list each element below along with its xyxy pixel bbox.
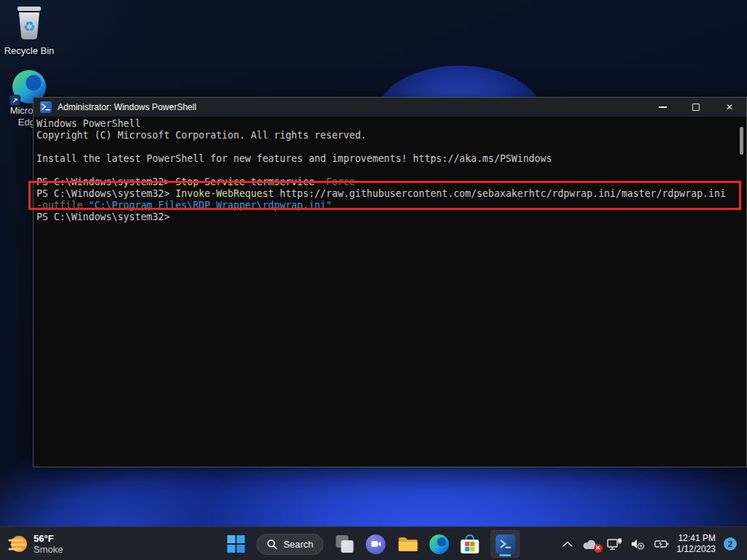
annotation-highlight-box <box>28 181 741 210</box>
onedrive-tray-button[interactable]: ✕ <box>581 538 599 551</box>
volume-tray-button[interactable] <box>630 538 645 550</box>
recycle-bin-icon: ♻ <box>13 4 45 41</box>
chevron-up-icon <box>562 540 573 548</box>
powershell-taskbar-button[interactable] <box>491 530 520 558</box>
ethernet-network-icon <box>607 537 622 551</box>
file-explorer-icon <box>398 535 418 553</box>
active-app-indicator <box>500 554 511 556</box>
clock-time: 12:41 PM <box>677 533 716 544</box>
clock[interactable]: 12:41 PM 1/12/2023 <box>677 533 716 555</box>
clock-date: 1/12/2023 <box>677 544 716 555</box>
hidden-icons-chevron[interactable] <box>562 540 573 548</box>
battery-charging-icon <box>653 539 669 549</box>
file-explorer-button[interactable] <box>398 535 418 553</box>
edge-taskbar-icon <box>430 534 449 554</box>
powershell-window: Administrator: Windows PowerShell Window… <box>33 97 747 467</box>
weather-smoke-icon <box>7 534 28 554</box>
svg-text:♻: ♻ <box>23 19 35 34</box>
search-button[interactable]: Search <box>257 534 324 555</box>
desktop-icon-recycle-bin[interactable]: ♻ Recycle Bin <box>1 4 57 57</box>
search-label: Search <box>283 539 313 550</box>
powershell-title-icon <box>40 101 52 113</box>
scrollbar-thumb[interactable] <box>740 127 743 155</box>
microsoft-store-button[interactable] <box>461 534 479 553</box>
battery-tray-button[interactable] <box>653 539 669 549</box>
chat-button[interactable] <box>366 534 386 554</box>
recycle-bin-label: Recycle Bin <box>1 45 57 57</box>
taskbar: 56°F Smoke Search <box>0 526 747 560</box>
onedrive-error-badge: ✕ <box>594 544 603 553</box>
windows-logo-icon <box>228 535 245 553</box>
edge-button[interactable] <box>430 534 449 554</box>
start-button[interactable] <box>228 535 245 553</box>
network-tray-button[interactable] <box>607 537 622 551</box>
shortcut-arrow-icon: ↗ <box>9 95 20 106</box>
weather-widget[interactable]: 56°F Smoke <box>7 527 63 560</box>
close-button[interactable] <box>713 98 746 117</box>
window-title: Administrator: Windows PowerShell <box>58 102 196 112</box>
notification-count-badge[interactable]: 2 <box>724 537 737 551</box>
desktop: ♻ Recycle Bin ↗ Microsoft Edge Administr… <box>0 0 747 560</box>
powershell-icon <box>495 534 515 554</box>
weather-temperature: 56°F <box>34 533 63 544</box>
search-icon <box>266 539 277 550</box>
window-titlebar[interactable]: Administrator: Windows PowerShell <box>34 98 746 117</box>
speaker-muted-icon <box>630 538 645 550</box>
maximize-button[interactable] <box>679 98 713 117</box>
chat-icon <box>366 534 386 554</box>
task-view-button[interactable] <box>336 534 355 553</box>
minimize-button[interactable] <box>646 98 679 117</box>
terminal-output[interactable]: Windows PowerShellCopyright (C) Microsof… <box>34 117 746 467</box>
weather-condition: Smoke <box>34 544 63 555</box>
microsoft-store-icon <box>461 534 479 553</box>
